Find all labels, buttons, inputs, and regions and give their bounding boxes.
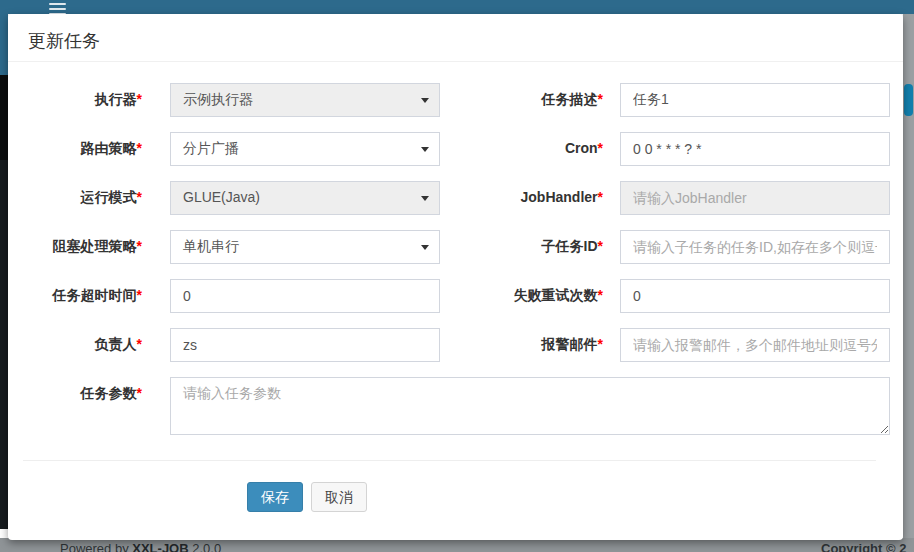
cron-label: Cron*: [455, 132, 620, 166]
child-jobid-label: 子任务ID*: [455, 230, 620, 264]
modal-footer: 保存 取消: [247, 482, 891, 512]
job-desc-label: 任务描述*: [455, 83, 620, 117]
select-caret-icon: [421, 196, 429, 201]
select-caret-icon: [421, 98, 429, 103]
job-params-label: 任务参数*: [8, 377, 170, 435]
required-mark: *: [598, 189, 603, 205]
glue-type-label: 运行模式*: [8, 181, 170, 215]
cancel-button[interactable]: 取消: [311, 482, 367, 512]
block-strategy-select[interactable]: 单机串行: [170, 230, 440, 264]
powered-by-text: Powered by XXL-JOB 2.0.0: [60, 541, 221, 552]
footer-divider: [23, 460, 876, 461]
modal-header: 更新任务: [8, 14, 903, 62]
timeout-input[interactable]: [170, 279, 440, 313]
select-caret-icon: [421, 245, 429, 250]
cron-input[interactable]: [620, 132, 890, 166]
required-mark: *: [598, 287, 603, 303]
copyright-text: Copyright © 2: [821, 541, 906, 552]
form-row: 执行器* 示例执行器 任务描述*: [8, 83, 891, 117]
page-footer: Powered by XXL-JOB 2.0.0 Copyright © 2: [0, 538, 914, 552]
fail-retry-label: 失败重试次数*: [455, 279, 620, 313]
required-mark: *: [137, 385, 142, 401]
scrollbar-thumb[interactable]: [904, 84, 913, 116]
alarm-email-label: 报警邮件*: [455, 328, 620, 362]
jobhandler-input[interactable]: [620, 181, 890, 215]
form-row: 路由策略* 分片广播 Cron*: [8, 132, 891, 166]
required-mark: *: [137, 287, 142, 303]
timeout-label: 任务超时时间*: [8, 279, 170, 313]
save-button[interactable]: 保存: [247, 482, 303, 512]
required-mark: *: [137, 140, 142, 156]
route-strategy-label: 路由策略*: [8, 132, 170, 166]
form-row: 任务超时时间* 失败重试次数*: [8, 279, 891, 313]
required-mark: *: [598, 336, 603, 352]
top-navbar: [0, 0, 914, 14]
modal-body: 执行器* 示例执行器 任务描述* 路由策略* 分片广播 Cron* 运行模式* …: [8, 62, 903, 512]
executor-label: 执行器*: [8, 83, 170, 117]
required-mark: *: [598, 91, 603, 107]
job-params-textarea[interactable]: [170, 377, 890, 435]
form-row: 运行模式* GLUE(Java) JobHandler*: [8, 181, 891, 215]
jobhandler-label: JobHandler*: [455, 181, 620, 215]
child-jobid-input[interactable]: [620, 230, 890, 264]
form-row: 阻塞处理策略* 单机串行 子任务ID*: [8, 230, 891, 264]
glue-type-select[interactable]: GLUE(Java): [170, 181, 440, 215]
required-mark: *: [137, 336, 142, 352]
form-row: 负责人* 报警邮件*: [8, 328, 891, 362]
author-label: 负责人*: [8, 328, 170, 362]
route-strategy-select[interactable]: 分片广播: [170, 132, 440, 166]
required-mark: *: [137, 238, 142, 254]
select-caret-icon: [421, 147, 429, 152]
fail-retry-input[interactable]: [620, 279, 890, 313]
required-mark: *: [137, 189, 142, 205]
author-input[interactable]: [170, 328, 440, 362]
job-desc-input[interactable]: [620, 83, 890, 117]
required-mark: *: [598, 140, 603, 156]
form-row: 任务参数*: [8, 377, 891, 435]
update-job-modal: 更新任务 执行器* 示例执行器 任务描述* 路由策略* 分片广播 Cron*: [8, 14, 903, 540]
alarm-email-input[interactable]: [620, 328, 890, 362]
required-mark: *: [137, 91, 142, 107]
sidebar-edge: [0, 14, 8, 529]
required-mark: *: [598, 238, 603, 254]
executor-select[interactable]: 示例执行器: [170, 83, 440, 117]
block-strategy-label: 阻塞处理策略*: [8, 230, 170, 264]
modal-title: 更新任务: [28, 30, 888, 52]
brand-text: XXL-JOB: [132, 541, 188, 552]
